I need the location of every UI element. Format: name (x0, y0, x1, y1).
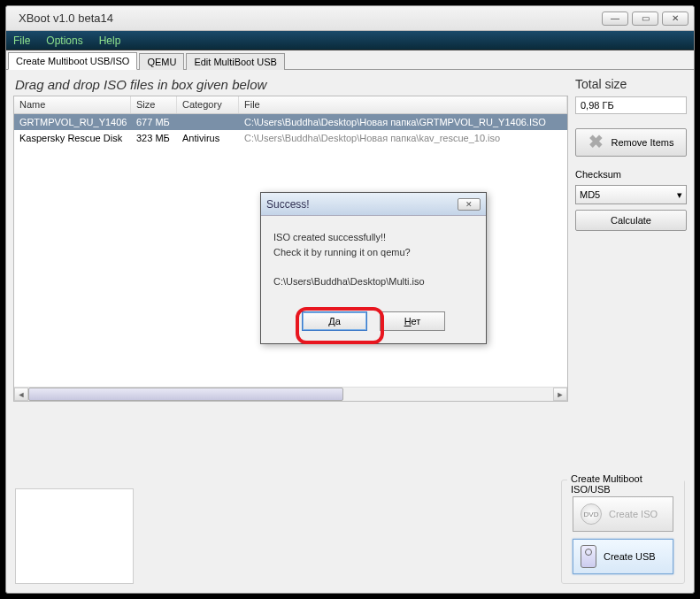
menubar: File Options Help (6, 31, 694, 50)
calculate-button[interactable]: Calculate (575, 210, 687, 231)
cell-category: Antivirus (177, 131, 239, 145)
remove-items-button[interactable]: ✖ Remove Items (575, 128, 687, 157)
create-usb-label: Create USB (604, 551, 656, 562)
tabstrip: Create Multiboot USB/ISO QEMU Edit Multi… (6, 50, 694, 70)
scroll-left-button[interactable]: ◄ (14, 388, 28, 401)
tab-create-multiboot[interactable]: Create Multiboot USB/ISO (8, 52, 137, 70)
dvd-icon: DVD (581, 503, 602, 525)
drag-drop-label: Drag and drop ISO files in box given bel… (13, 77, 568, 92)
cell-category (177, 120, 239, 124)
maximize-button[interactable]: ▭ (632, 12, 658, 26)
checksum-label: Checksum (575, 169, 687, 180)
create-usb-button[interactable]: Create USB (573, 539, 673, 574)
chevron-down-icon: ▾ (677, 189, 682, 201)
close-button[interactable]: ✕ (662, 12, 688, 26)
scroll-thumb[interactable] (28, 388, 343, 401)
col-size[interactable]: Size (131, 96, 177, 113)
table-row[interactable]: Kaspersky Rescue Disk 323 МБ Antivirus C… (14, 130, 567, 146)
right-panel: Total size 0,98 ГБ ✖ Remove Items Checks… (575, 77, 687, 402)
horizontal-scrollbar[interactable]: ◄ ► (14, 387, 567, 401)
usb-icon (581, 545, 596, 568)
success-dialog: Success! ✕ ISO created successfully!! Ch… (260, 192, 487, 344)
tab-qemu[interactable]: QEMU (139, 53, 184, 70)
dialog-line1: ISO created successfully!! (273, 230, 473, 245)
col-name[interactable]: Name (14, 96, 131, 113)
menu-file[interactable]: File (13, 35, 30, 47)
menu-help[interactable]: Help (99, 35, 121, 47)
create-iso-label: Create ISO (609, 509, 658, 519)
total-size-label: Total size (575, 77, 687, 91)
checksum-value: MD5 (580, 189, 600, 200)
dialog-line2: Check it by running it on qemu? (273, 245, 473, 260)
tab-edit-multiboot[interactable]: Edit MultiBoot USB (186, 53, 285, 70)
menu-options[interactable]: Options (46, 35, 82, 47)
scroll-track[interactable] (28, 388, 553, 401)
table-row[interactable]: GRTMPVOL_RU_Y1406 677 МБ C:\Users\Buddha… (14, 114, 567, 130)
dialog-path: C:\Users\Buddha\Desktop\Multi.iso (273, 274, 473, 289)
remove-label: Remove Items (612, 137, 674, 148)
col-category[interactable]: Category (177, 96, 239, 113)
cell-size: 677 МБ (131, 115, 177, 129)
col-file[interactable]: File (239, 96, 567, 113)
dialog-close-button[interactable]: ✕ (458, 198, 481, 211)
create-group: Create Multiboot ISO/USB DVD Create ISO … (561, 480, 685, 584)
dialog-no-button[interactable]: Нет (380, 311, 445, 331)
preview-box (15, 488, 134, 584)
total-size-value: 0,98 ГБ (575, 96, 687, 114)
cell-name: GRTMPVOL_RU_Y1406 (14, 115, 131, 129)
dialog-yes-button[interactable]: Да (302, 311, 367, 331)
group-label: Create Multiboot ISO/USB (567, 473, 684, 495)
table-header: Name Size Category File (14, 96, 567, 114)
dialog-title: Success! (266, 198, 310, 211)
bottom-row: Create Multiboot ISO/USB DVD Create ISO … (15, 480, 685, 584)
checksum-select[interactable]: MD5 ▾ (575, 185, 687, 204)
dialog-body: ISO created successfully!! Check it by r… (261, 216, 486, 303)
window-title: XBoot v1.0 beta14 (19, 12, 113, 25)
window-controls: — ▭ ✕ (602, 12, 688, 26)
minimize-button[interactable]: — (602, 12, 628, 26)
dialog-titlebar[interactable]: Success! ✕ (261, 193, 486, 216)
cell-file: C:\Users\Buddha\Desktop\Новая папка\GRTM… (239, 115, 567, 129)
x-icon: ✖ (588, 134, 606, 151)
create-iso-button[interactable]: DVD Create ISO (573, 496, 673, 532)
titlebar[interactable]: XBoot v1.0 beta14 — ▭ ✕ (6, 6, 694, 31)
cell-size: 323 МБ (131, 131, 177, 145)
cell-name: Kaspersky Rescue Disk (14, 131, 131, 145)
cell-file: C:\Users\Buddha\Desktop\Новая папка\kav_… (239, 131, 567, 145)
calculate-label: Calculate (611, 215, 651, 226)
dialog-buttons: Да Нет (261, 303, 486, 343)
scroll-right-button[interactable]: ► (553, 388, 567, 401)
